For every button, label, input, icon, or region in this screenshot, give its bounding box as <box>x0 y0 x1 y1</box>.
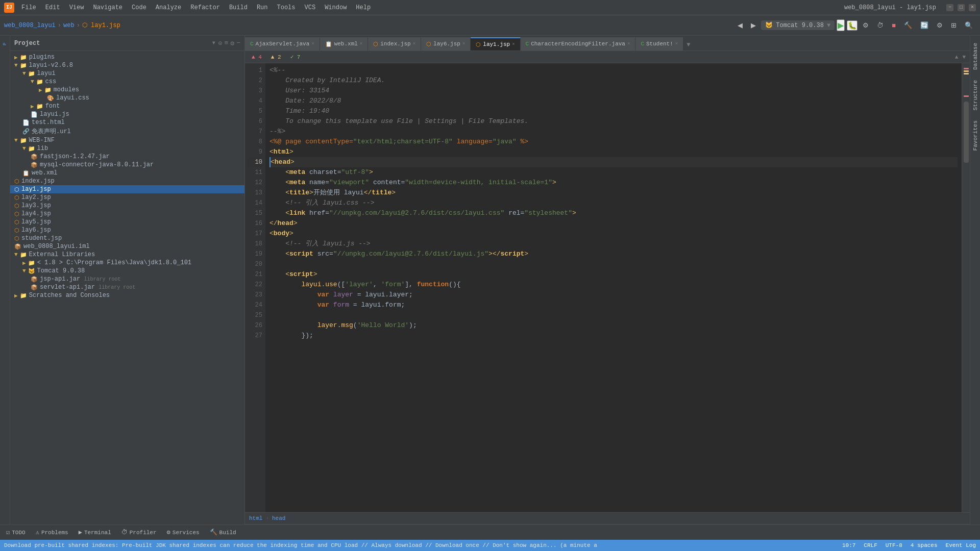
tree-item-layui[interactable]: ▼ 📁 layui <box>10 69 244 78</box>
tree-item-lay5-jsp[interactable]: ⬡ lay5.jsp <box>10 218 244 226</box>
menu-help[interactable]: Help <box>352 3 375 12</box>
favorites-tab[interactable]: Favorites <box>971 117 979 154</box>
tree-item-scratches[interactable]: ▶ 📁 Scratches and Consoles <box>10 291 244 299</box>
problems-button[interactable]: ⚠ Problems <box>34 528 70 537</box>
tab-lay6jsp[interactable]: ⬡ lay6.jsp × <box>421 37 471 51</box>
panel-settings-icon[interactable]: ⚙ <box>230 39 234 47</box>
profiler-button[interactable]: ⏱ Profiler <box>119 528 159 537</box>
tree-item-jdk[interactable]: ▶ 📁 < 1.8 > C:\Program Files\Java\jdk1.8… <box>10 259 244 267</box>
file-encoding[interactable]: UTF-8 <box>886 542 902 548</box>
run-config[interactable]: 🐱 Tomcat 9.0.38 ▼ <box>761 20 835 30</box>
cursor-position[interactable]: 10:7 <box>842 542 855 548</box>
tree-item-layui-js[interactable]: 📄 layui.js <box>10 110 244 118</box>
tab-charencoding[interactable]: C CharacterEncodingFilter.java × <box>521 37 636 51</box>
notifications-chevron-up[interactable]: ▲ <box>955 54 959 60</box>
panel-close-icon[interactable]: − <box>236 39 240 47</box>
menu-tools[interactable]: Tools <box>273 3 300 12</box>
tab-indexjsp-close[interactable]: × <box>413 41 415 46</box>
tree-item-layui-css[interactable]: 🎨 layui.css <box>10 94 244 102</box>
tree-item-lay6-jsp[interactable]: ⬡ lay6.jsp <box>10 226 244 234</box>
menu-window[interactable]: Window <box>321 3 351 12</box>
menu-vcs[interactable]: VCS <box>301 3 320 12</box>
profiler-run-button[interactable]: ⏱ <box>874 20 887 31</box>
project-strip-icon[interactable]: P <box>1 40 9 48</box>
minimize-button[interactable]: − <box>946 4 953 11</box>
structure-tab[interactable]: Structure <box>971 77 979 113</box>
tab-lay1jsp[interactable]: ⬡ lay1.jsp × <box>471 37 520 51</box>
project-dropdown-icon[interactable]: ▼ <box>212 40 215 46</box>
expand-button[interactable]: ⊞ <box>948 20 960 31</box>
menu-navigate[interactable]: Navigate <box>89 3 127 12</box>
tree-item-mysql[interactable]: 📦 mysql-connector-java-8.0.11.jar <box>10 161 244 169</box>
panel-expand-icon[interactable]: ≡ <box>225 39 229 47</box>
tab-webxml-close[interactable]: × <box>360 41 362 46</box>
tree-item-lay1-jsp[interactable]: ⬡ lay1.jsp <box>10 185 244 193</box>
menu-code[interactable]: Code <box>128 3 151 12</box>
tree-item-external-libs[interactable]: ▼ 📁 External Libraries <box>10 251 244 259</box>
tree-item-url[interactable]: 🔗 免表声明.url <box>10 127 244 136</box>
terminal-button[interactable]: ▶ Terminal <box>77 528 113 537</box>
tab-lay1jsp-close[interactable]: × <box>512 42 514 47</box>
breadcrumb-head[interactable]: head <box>272 515 285 521</box>
warning-badge[interactable]: ▲ 2 <box>268 54 284 61</box>
tab-indexjsp[interactable]: ⬡ index.jsp × <box>368 37 421 51</box>
notifications-chevron-down[interactable]: ▼ <box>962 54 966 60</box>
tree-item-tomcat[interactable]: ▼ 🐱 Tomcat 9.0.38 <box>10 267 244 275</box>
tree-item-lib[interactable]: ▼ 📁 lib <box>10 144 244 153</box>
stop-button[interactable]: ■ <box>889 20 899 31</box>
indent-info[interactable]: 4 spaces <box>911 542 938 548</box>
error-badge[interactable]: ▲ 4 <box>249 54 264 61</box>
run-config-dropdown-icon[interactable]: ▼ <box>827 22 830 29</box>
sync-button[interactable]: 🔄 <box>917 20 932 31</box>
line-ending[interactable]: CRLF <box>864 542 877 548</box>
menu-file[interactable]: File <box>17 3 40 12</box>
tree-item-index-jsp[interactable]: ⬡ index.jsp <box>10 177 244 185</box>
debug-button[interactable]: 🐛 <box>847 20 857 31</box>
maximize-button[interactable]: □ <box>958 4 965 11</box>
tree-item-layui-v268[interactable]: ▼ 📁 layui-v2.6.8 <box>10 61 244 69</box>
tree-item-test-html[interactable]: 📄 test.html <box>10 118 244 127</box>
menu-analyze[interactable]: Analyze <box>152 3 185 12</box>
tree-item-css[interactable]: ▼ 📁 css <box>10 78 244 86</box>
tree-item-servlet-api[interactable]: 📦 servlet-api.jar library root <box>10 283 244 291</box>
menu-run[interactable]: Run <box>253 3 272 12</box>
editor-scrollbar-markers[interactable] <box>962 63 970 512</box>
breadcrumb-html[interactable]: html <box>249 515 262 521</box>
search-button[interactable]: 🔍 <box>962 20 976 31</box>
tree-item-webxml[interactable]: 📋 web.xml <box>10 169 244 177</box>
tab-webxml[interactable]: 📋 web.xml × <box>320 37 369 51</box>
tree-item-font[interactable]: ▶ 📁 font <box>10 102 244 110</box>
back-button[interactable]: ◀ <box>734 20 746 31</box>
breadcrumb-project[interactable]: web_0808_layui <box>4 22 56 29</box>
run-button[interactable]: ▶ <box>837 19 845 31</box>
ok-badge[interactable]: ✓ 7 <box>288 53 303 61</box>
build-button[interactable]: 🔨 <box>901 20 915 31</box>
database-tab[interactable]: Database <box>971 40 979 73</box>
tree-item-fastjson[interactable]: 📦 fastjson-1.2.47.jar <box>10 153 244 161</box>
tab-overflow-button[interactable]: ▼ <box>683 39 693 51</box>
panel-locate-icon[interactable]: ⊙ <box>218 39 223 47</box>
tab-lay6jsp-close[interactable]: × <box>462 41 465 46</box>
menu-refactor[interactable]: Refactor <box>186 3 224 12</box>
forward-button[interactable]: ▶ <box>748 20 759 31</box>
tab-ajaxservlet[interactable]: C AjaxServlet.java × <box>245 37 320 51</box>
tree-item-modules[interactable]: ▶ 📁 modules <box>10 86 244 94</box>
tab-charencoding-close[interactable]: × <box>627 41 630 46</box>
coverage-button[interactable]: ⚙ <box>860 20 872 31</box>
tree-item-jsp-api[interactable]: 📦 jsp-api.jar library root <box>10 275 244 283</box>
services-button[interactable]: ⚙ Services <box>165 528 202 537</box>
build-panel-button[interactable]: 🔨 Build <box>208 528 238 537</box>
breadcrumb-web[interactable]: web <box>63 22 75 29</box>
tree-item-iml[interactable]: 📦 web_0808_layui.iml <box>10 242 244 251</box>
code-editor[interactable]: 1 2 3 4 5 6 7 8 9 10 11 12 13 14 15 16 1… <box>245 63 970 512</box>
tree-item-lay4-jsp[interactable]: ⬡ lay4.jsp <box>10 210 244 218</box>
scroll-thumb[interactable] <box>964 102 969 163</box>
close-button[interactable]: × <box>969 4 976 11</box>
code-view[interactable]: <%-- Created by IntelliJ IDEA. User: 331… <box>265 63 962 512</box>
tree-item-student-jsp[interactable]: ⬡ student.jsp <box>10 234 244 242</box>
breadcrumb-file[interactable]: ⬡ lay1.jsp <box>82 21 120 29</box>
event-log-button[interactable]: Event Log <box>946 542 976 548</box>
settings-button[interactable]: ⚙ <box>934 20 946 31</box>
tab-student-close[interactable]: × <box>675 41 678 46</box>
menu-build[interactable]: Build <box>225 3 252 12</box>
